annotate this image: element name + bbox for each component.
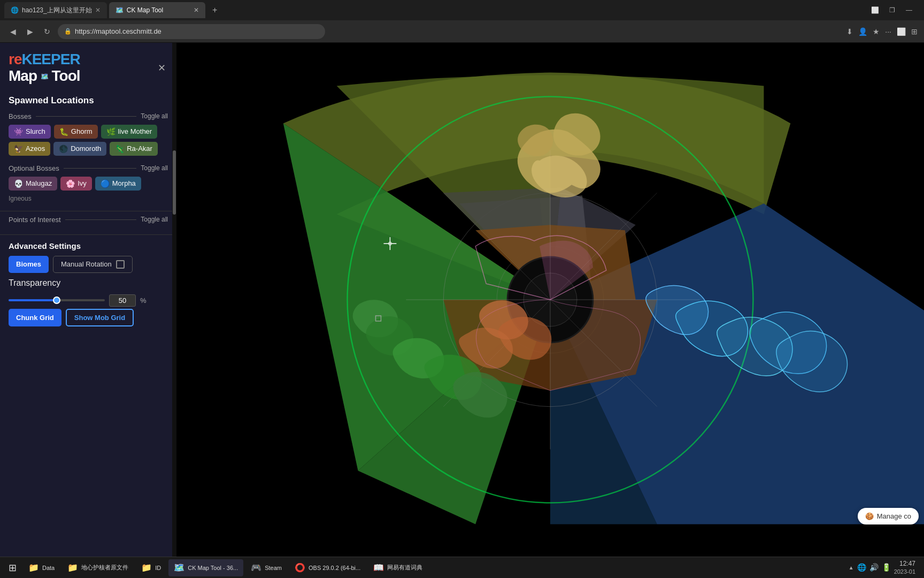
forward-button[interactable]: ▶ xyxy=(24,27,36,36)
boss-buttons: 👾 Slurch 🐛 Ghorm 🌿 live Mother 🦅 Azeos xyxy=(9,125,168,156)
slurch-label: Slurch xyxy=(26,127,45,135)
bosses-toggle-all[interactable]: Toggle all xyxy=(141,112,168,120)
taskbar-clock[interactable]: 12:47 2023-01 xyxy=(894,560,915,576)
docs-folder-icon: 📁 xyxy=(67,562,78,573)
ghorm-label: Ghorm xyxy=(71,127,93,135)
sidebar: reKEEPER Map 🗺️ Tool ✕ Spawned Locations… xyxy=(0,43,176,557)
tab-1[interactable]: 🌐 hao123_上网从这里开始 ✕ xyxy=(4,2,107,18)
boss-ivy-button[interactable]: 🌸 Ivy xyxy=(60,177,92,191)
igneous-placeholder: Igneous xyxy=(9,193,168,204)
obs-icon: ⭕ xyxy=(295,562,305,573)
chunk-grid-button[interactable]: Chunk Grid xyxy=(9,309,61,326)
new-tab-button[interactable]: + xyxy=(207,3,222,18)
sidebar-inner: reKEEPER Map 🗺️ Tool ✕ Spawned Locations… xyxy=(0,43,176,557)
taskbar-id[interactable]: 📁 ID xyxy=(136,559,166,576)
optional-bosses-section: Optional Bosses Toggle all 💀 Malugaz 🌸 I… xyxy=(0,162,176,209)
taskbar-obs-label: OBS 29.0.2 (64-bi... xyxy=(309,565,360,571)
boss-ghorm-button[interactable]: 🐛 Ghorm xyxy=(54,125,98,139)
sidebar-close-button[interactable]: ✕ xyxy=(156,60,168,76)
transparency-value-input[interactable]: 50 xyxy=(109,294,136,307)
optional-bosses-toggle-all[interactable]: Toggle all xyxy=(141,164,168,172)
extensions-icon[interactable]: ⬜ xyxy=(897,27,906,36)
reload-button[interactable]: ↻ xyxy=(41,27,53,36)
sidebar-scroll-thumb[interactable] xyxy=(173,150,176,215)
mob-grid-button[interactable]: Show Mob Grid xyxy=(66,309,134,326)
slider-container: 50 % xyxy=(9,294,168,307)
taskbar-start[interactable]: ⊞ xyxy=(4,559,21,576)
system-tray: ▲ 🌐 🔊 🔋 xyxy=(849,563,891,572)
taskbar-docs-label: 地心护核者原文件 xyxy=(81,564,128,572)
minimize-button[interactable]: ⬜ xyxy=(868,4,881,17)
data-folder-icon: 📁 xyxy=(28,562,39,573)
split-view-icon[interactable]: ⊞ xyxy=(911,27,918,36)
tab-1-close[interactable]: ✕ xyxy=(95,6,101,14)
slurch-icon: 👾 xyxy=(14,127,23,136)
taskbar-docs[interactable]: 📁 地心护核者原文件 xyxy=(62,559,134,576)
url-input[interactable]: 🔒 https://maptool.ceschmitt.de xyxy=(58,24,325,39)
morpha-label: Morpha xyxy=(112,179,136,187)
ghorm-icon: 🐛 xyxy=(59,127,68,136)
taskbar: ⊞ 📁 Data 📁 地心护核者原文件 📁 ID 🗺️ CK Map Tool … xyxy=(0,557,924,578)
ssl-lock-icon: 🔒 xyxy=(64,28,72,35)
optional-boss-buttons: 💀 Malugaz 🌸 Ivy 🔵 Morpha xyxy=(9,177,168,191)
tray-expand-icon[interactable]: ▲ xyxy=(849,565,854,571)
biomes-button[interactable]: Biomes xyxy=(9,256,49,273)
maximize-button[interactable]: ❐ xyxy=(886,4,898,17)
window-controls: ⬜ ❐ — xyxy=(868,4,920,17)
boss-azeos-button[interactable]: 🦅 Azeos xyxy=(9,142,50,156)
account-icon[interactable]: 👤 xyxy=(858,27,867,36)
points-label: Points of Interest Toggle all xyxy=(9,216,168,224)
boss-malugaz-button[interactable]: 💀 Malugaz xyxy=(9,177,57,191)
manual-rotation-checkbox[interactable] xyxy=(116,260,125,269)
cookie-icon: 🍪 xyxy=(865,512,874,520)
taskbar-ckmaptool[interactable]: 🗺️ CK Map Tool - 36... xyxy=(168,559,243,576)
manage-cookie-label: Manage co xyxy=(877,512,911,520)
battery-icon[interactable]: 🔋 xyxy=(882,563,891,572)
slider-thumb[interactable] xyxy=(53,296,60,304)
back-button[interactable]: ◀ xyxy=(6,27,19,36)
advanced-label: Advanced Settings xyxy=(9,241,168,250)
map-area[interactable]: 🍪 Manage co xyxy=(176,43,924,557)
transparency-slider-track[interactable] xyxy=(9,299,105,301)
ivy-label: Ivy xyxy=(78,179,87,187)
boss-ra-akar-button[interactable]: 🦎 Ra-Akar xyxy=(110,142,158,156)
taskbar-right: ▲ 🌐 🔊 🔋 12:47 2023-01 xyxy=(844,560,920,576)
bookmark-star-icon[interactable]: ★ xyxy=(873,27,880,36)
download-icon[interactable]: ⬇ xyxy=(846,27,853,36)
live-mother-icon: 🌿 xyxy=(106,127,116,136)
boss-live-mother-button[interactable]: 🌿 live Mother xyxy=(101,125,158,139)
slider-fill xyxy=(9,299,57,301)
taskbar-netease[interactable]: 📖 网易有道词典 xyxy=(368,559,428,576)
tab-1-icon: 🌐 xyxy=(11,6,19,14)
malugaz-icon: 💀 xyxy=(14,179,23,188)
taskbar-data[interactable]: 📁 Data xyxy=(23,559,60,576)
more-menu-icon[interactable]: ··· xyxy=(885,27,891,36)
manual-rotation-button[interactable]: Manual Rotation xyxy=(53,256,133,273)
volume-icon[interactable]: 🔊 xyxy=(869,563,879,572)
boss-slurch-button[interactable]: 👾 Slurch xyxy=(9,125,51,139)
tab-2[interactable]: 🗺️ CK Map Tool ✕ xyxy=(109,2,205,18)
spawned-locations-header: Spawned Locations xyxy=(0,89,176,110)
tab-2-close[interactable]: ✕ xyxy=(194,6,199,14)
taskbar-steam[interactable]: 🎮 Steam xyxy=(245,559,287,576)
advanced-section: Advanced Settings Biomes Manual Rotation… xyxy=(0,237,176,331)
browser-chrome: 🌐 hao123_上网从这里开始 ✕ 🗺️ CK Map Tool ✕ + ⬜ … xyxy=(0,0,924,43)
tab-2-label: CK Map Tool xyxy=(127,6,163,14)
sidebar-scrollbar[interactable] xyxy=(172,43,176,557)
ra-akar-icon: 🦎 xyxy=(115,144,124,153)
tab-2-icon: 🗺️ xyxy=(116,6,124,14)
azeos-label: Azeos xyxy=(26,144,45,153)
boss-domoroth-button[interactable]: 🌑 Domoroth xyxy=(53,142,106,156)
boss-morpha-button[interactable]: 🔵 Morpha xyxy=(95,177,141,191)
ckmaptool-icon: 🗺️ xyxy=(174,562,184,573)
section-divider-1 xyxy=(0,211,176,211)
grid-buttons: Chunk Grid Show Mob Grid xyxy=(9,309,168,326)
manual-rotation-label: Manual Rotation xyxy=(61,260,112,268)
close-window-button[interactable]: — xyxy=(903,4,915,17)
malugaz-label: Malugaz xyxy=(26,179,52,187)
taskbar-obs[interactable]: ⭕ OBS 29.0.2 (64-bi... xyxy=(289,559,366,576)
network-icon[interactable]: 🌐 xyxy=(857,563,866,572)
manage-cookie-button[interactable]: 🍪 Manage co xyxy=(858,508,919,524)
points-toggle-all[interactable]: Toggle all xyxy=(141,216,168,223)
netease-icon: 📖 xyxy=(373,562,384,573)
